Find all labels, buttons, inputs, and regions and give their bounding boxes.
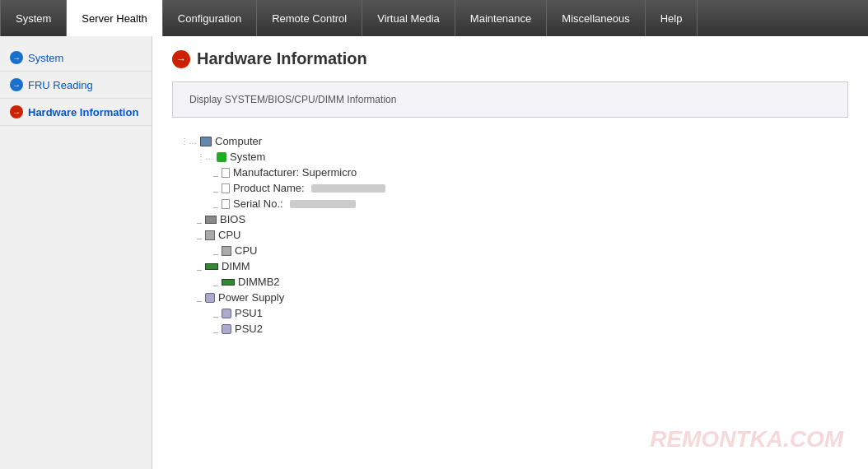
system-icon xyxy=(217,152,226,162)
tree-node-cpu-parent: ⎯ CPU ⎯ CPU xyxy=(197,228,848,258)
tree-label-product: Product Name: xyxy=(233,182,305,194)
tree-label-cpu-parent: CPU xyxy=(218,229,240,241)
sidebar: → System → FRU Reading → Hardware Inform… xyxy=(0,36,152,469)
nav-miscellaneous[interactable]: Miscellaneous xyxy=(547,0,645,36)
product-name-redacted xyxy=(311,184,385,193)
tree-label-manufacturer: Manufacturer: Supermicro xyxy=(233,166,357,179)
connector-cpu-child: ⎯ xyxy=(213,246,218,255)
tree-node-bios: ⎯ BIOS xyxy=(197,212,848,226)
tree-node-dimmb2: ⎯ DIMMB2 xyxy=(213,275,848,289)
tree-children-cpu: ⎯ CPU xyxy=(197,244,848,258)
nav-remote-control[interactable]: Remote Control xyxy=(257,0,362,36)
tree-node-psu2: ⎯ PSU2 xyxy=(213,322,848,336)
arrow-icon-system: → xyxy=(10,51,23,64)
computer-icon xyxy=(200,137,212,146)
dimm-parent-icon xyxy=(205,263,218,270)
tree-label-psu-parent: Power Supply xyxy=(218,291,284,304)
cpu-parent-icon xyxy=(205,230,215,240)
connector-dimmb2: ⎯ xyxy=(213,277,218,286)
sidebar-item-fru[interactable]: → FRU Reading xyxy=(0,72,152,99)
page-title: Hardware Information xyxy=(197,49,367,68)
tree-children-system: ⎯ Manufacturer: Supermicro ⎯ Product Nam… xyxy=(197,165,848,211)
tree-node-computer: ⋮… Computer ⋮… System xyxy=(180,134,848,336)
arrow-icon-fru: → xyxy=(10,78,23,91)
connector-system: ⋮… xyxy=(197,152,213,161)
psu1-icon xyxy=(222,309,231,318)
connector-cpu: ⎯ xyxy=(197,230,202,239)
connector-bios: ⎯ xyxy=(197,215,202,224)
sidebar-label-fru: FRU Reading xyxy=(28,79,93,91)
tree-row-system[interactable]: ⋮… System xyxy=(197,150,848,164)
nav-maintenance[interactable]: Maintenance xyxy=(455,0,547,36)
nav-configuration[interactable]: Configuration xyxy=(163,0,257,36)
tree-node-manufacturer: ⎯ Manufacturer: Supermicro xyxy=(213,165,848,179)
bios-icon xyxy=(205,216,217,224)
sidebar-item-system[interactable]: → System xyxy=(0,44,152,72)
tree-label-psu1: PSU1 xyxy=(235,307,263,319)
tree-children-dimm: ⎯ DIMMB2 xyxy=(197,275,848,289)
nav-virtual-media[interactable]: Virtual Media xyxy=(362,0,455,36)
tree-label-bios: BIOS xyxy=(220,213,245,225)
nav-system[interactable]: System xyxy=(0,0,67,36)
tree-label-dimm-parent: DIMM xyxy=(222,260,250,272)
main-content: → Hardware Information Display SYSTEM/BI… xyxy=(152,36,868,469)
sidebar-label-system: System xyxy=(28,52,63,64)
tree-row-psu2[interactable]: ⎯ PSU2 xyxy=(213,322,848,336)
connector-dimm: ⎯ xyxy=(197,262,202,271)
tree-node-dimm-parent: ⎯ DIMM ⎯ DIMMB2 xyxy=(197,259,848,289)
title-icon: → xyxy=(172,50,190,68)
psu-parent-icon xyxy=(205,293,215,303)
connector-computer: ⋮… xyxy=(180,137,197,146)
serial-redacted xyxy=(290,200,356,208)
tree-node-product: ⎯ Product Name: xyxy=(213,181,848,195)
tree-row-dimm-parent[interactable]: ⎯ DIMM xyxy=(197,259,848,273)
tree-row-serial[interactable]: ⎯ Serial No.: xyxy=(213,197,848,211)
tree-label-serial: Serial No.: xyxy=(233,197,283,210)
tree-label-psu2: PSU2 xyxy=(235,323,263,335)
tree-row-cpu-parent[interactable]: ⎯ CPU xyxy=(197,228,848,242)
tree-row-bios[interactable]: ⎯ BIOS xyxy=(197,212,848,226)
cpu-child-icon xyxy=(222,246,231,256)
tree-label-computer: Computer xyxy=(215,135,262,147)
tree-node-serial: ⎯ Serial No.: xyxy=(213,197,848,211)
tree-row-cpu-child[interactable]: ⎯ CPU xyxy=(213,244,848,258)
connector-product: ⎯ xyxy=(213,183,218,193)
connector-manufacturer: ⎯ xyxy=(213,168,218,177)
tree-node-system: ⋮… System ⎯ Manufacturer: Supermicro xyxy=(197,150,848,211)
tree-row-product[interactable]: ⎯ Product Name: xyxy=(213,181,848,195)
tree-node-psu1: ⎯ PSU1 xyxy=(213,306,848,320)
connector-psu: ⎯ xyxy=(197,293,202,302)
connector-psu2: ⎯ xyxy=(213,324,218,333)
hardware-tree: ⋮… Computer ⋮… System xyxy=(172,134,848,336)
tree-row-psu1[interactable]: ⎯ PSU1 xyxy=(213,306,848,320)
tree-row-psu-parent[interactable]: ⎯ Power Supply xyxy=(197,290,848,304)
tree-label-system: System xyxy=(230,151,265,163)
tree-children-psu: ⎯ PSU1 ⎯ PSU2 xyxy=(197,306,848,336)
doc-icon-manufacturer xyxy=(222,168,230,178)
tree-row-computer[interactable]: ⋮… Computer xyxy=(180,134,848,148)
nav-help[interactable]: Help xyxy=(646,0,698,36)
connector-psu1: ⎯ xyxy=(213,309,218,318)
doc-icon-serial xyxy=(222,199,230,209)
tree-node-psu-parent: ⎯ Power Supply ⎯ PSU1 xyxy=(197,290,848,336)
tree-row-dimmb2[interactable]: ⎯ DIMMB2 xyxy=(213,275,848,289)
arrow-icon-hardware: → xyxy=(10,105,23,118)
sidebar-item-hardware[interactable]: → Hardware Information xyxy=(0,99,152,126)
tree-label-dimmb2: DIMMB2 xyxy=(238,276,280,288)
tree-row-manufacturer[interactable]: ⎯ Manufacturer: Supermicro xyxy=(213,165,848,179)
sidebar-label-hardware: Hardware Information xyxy=(28,106,138,118)
tree-children-computer: ⋮… System ⎯ Manufacturer: Supermicro xyxy=(180,150,848,336)
page-title-container: → Hardware Information xyxy=(172,49,848,68)
info-box-text: Display SYSTEM/BIOS/CPU/DIMM Information xyxy=(189,94,396,105)
info-box: Display SYSTEM/BIOS/CPU/DIMM Information xyxy=(172,81,848,118)
dimmb2-icon xyxy=(222,279,235,286)
doc-icon-product xyxy=(222,183,230,193)
tree-node-cpu-child: ⎯ CPU xyxy=(213,244,848,258)
tree-label-cpu-child: CPU xyxy=(235,244,257,257)
layout: → System → FRU Reading → Hardware Inform… xyxy=(0,36,868,469)
connector-serial: ⎯ xyxy=(213,199,218,208)
nav-server-health[interactable]: Server Health xyxy=(67,0,162,36)
psu2-icon xyxy=(222,324,231,334)
top-navigation: System Server Health Configuration Remot… xyxy=(0,0,868,36)
